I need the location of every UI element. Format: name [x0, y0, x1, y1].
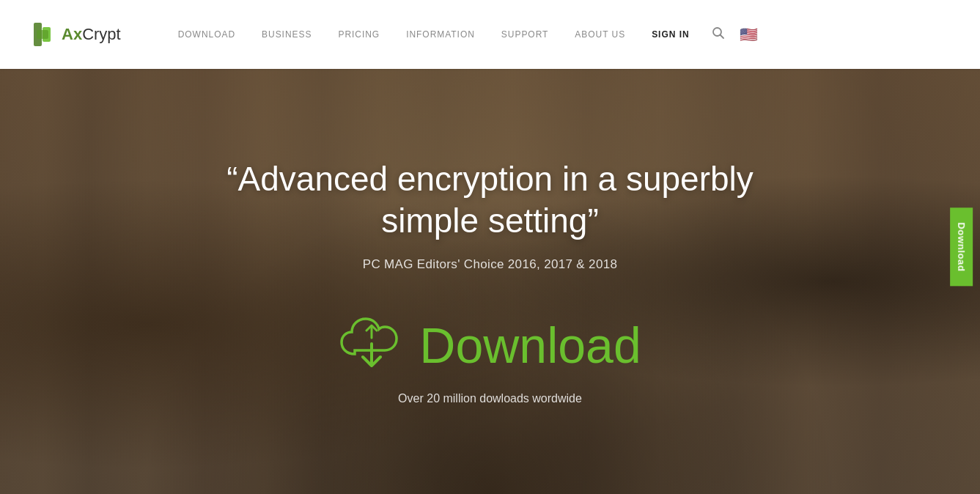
- hero-content: “Advanced encryption in a superbly simpl…: [197, 158, 784, 405]
- logo[interactable]: AxCrypt: [29, 21, 121, 48]
- nav-sign-in[interactable]: SIGN IN: [638, 29, 702, 40]
- language-flag-icon[interactable]: 🇺🇸: [734, 26, 764, 43]
- nav-information[interactable]: INFORMATION: [393, 29, 488, 40]
- search-icon[interactable]: [703, 26, 734, 43]
- download-section[interactable]: Download Over 20 million dowloads wordwi…: [226, 316, 754, 405]
- header: AxCrypt DOWNLOAD BUSINESS PRICING INFORM…: [0, 0, 980, 69]
- sidebar-download-button[interactable]: Download: [950, 207, 973, 286]
- nav-support[interactable]: SUPPORT: [488, 29, 562, 40]
- logo-text: AxCrypt: [62, 25, 121, 44]
- svg-rect-2: [37, 30, 48, 39]
- logo-icon: [29, 21, 56, 48]
- nav-business[interactable]: BUSINESS: [248, 29, 325, 40]
- cloud-download-icon: [339, 316, 405, 375]
- hero-subtitle: PC MAG Editors' Choice 2016, 2017 & 2018: [226, 257, 754, 272]
- hero-quote: “Advanced encryption in a superbly simpl…: [226, 158, 754, 243]
- download-label[interactable]: Download: [419, 320, 641, 370]
- nav-pricing[interactable]: PRICING: [325, 29, 393, 40]
- nav-about-us[interactable]: ABOUT US: [561, 29, 638, 40]
- download-main[interactable]: Download: [339, 316, 641, 375]
- hero-section: “Advanced encryption in a superbly simpl…: [0, 69, 980, 494]
- download-subtitle: Over 20 million dowloads wordwide: [398, 392, 582, 405]
- main-nav: DOWNLOAD BUSINESS PRICING INFORMATION SU…: [165, 26, 951, 43]
- svg-line-4: [720, 35, 723, 39]
- nav-download[interactable]: DOWNLOAD: [165, 29, 248, 40]
